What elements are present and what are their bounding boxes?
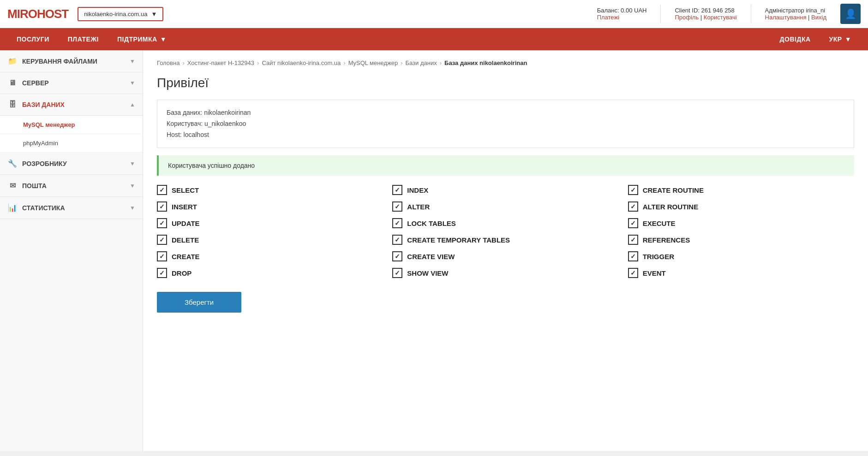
checkbox-icon[interactable]: ✓	[157, 185, 167, 195]
checkbox-icon[interactable]: ✓	[628, 185, 638, 195]
breadcrumb: Головна › Хостинг-пакет H-132943 › Сайт …	[157, 59, 854, 66]
profile-users-links: Профіль | Користувачі	[675, 14, 736, 21]
admin-label: Адміністратор irina_ni	[765, 7, 826, 14]
privilege-item[interactable]: ✓EXECUTE	[628, 218, 854, 228]
privilege-item[interactable]: ✓CREATE	[157, 251, 383, 261]
sidebar-item-stats[interactable]: 📊 СТАТИСТИКА ▼	[0, 197, 143, 219]
checkbox-icon[interactable]: ✓	[392, 235, 402, 245]
privilege-label: DROP	[172, 269, 192, 277]
breadcrumb-databases[interactable]: Бази даних	[405, 59, 437, 66]
privilege-item[interactable]: ✓CREATE ROUTINE	[628, 185, 854, 195]
privilege-item[interactable]: ✓INSERT	[157, 201, 383, 212]
checkbox-icon[interactable]: ✓	[628, 235, 638, 245]
sidebar-item-databases[interactable]: 🗄 БАЗИ ДАНИХ ▲	[0, 94, 143, 116]
privilege-item[interactable]: ✓DELETE	[157, 235, 383, 245]
chevron-down-icon: ▼	[130, 205, 135, 211]
sidebar-item-label: СТАТИСТИКА	[22, 204, 65, 212]
nav-item-help[interactable]: ДОВІДКА	[771, 28, 820, 50]
privilege-label: SHOW VIEW	[407, 269, 448, 277]
chevron-down-icon: ▼	[151, 11, 157, 18]
page-title: Привілеї	[157, 76, 854, 90]
checkbox-icon[interactable]: ✓	[157, 235, 167, 245]
privilege-item[interactable]: ✓UPDATE	[157, 218, 383, 228]
privilege-item[interactable]: ✓TRIGGER	[628, 251, 854, 261]
main-content: Головна › Хостинг-пакет H-132943 › Сайт …	[143, 50, 868, 451]
privilege-label: REFERENCES	[643, 236, 690, 244]
privilege-item[interactable]: ✓ALTER	[392, 201, 618, 212]
sidebar-item-developer[interactable]: 🔧 РОЗРОБНИКУ ▼	[0, 153, 143, 175]
privilege-label: SELECT	[172, 186, 199, 194]
checkbox-icon[interactable]: ✓	[157, 268, 167, 278]
nav-item-support[interactable]: ПІДТРИМКА ▼	[108, 28, 176, 50]
save-button[interactable]: Зберегти	[157, 292, 241, 313]
sidebar-sub-databases: MySQL менеджер phpMyAdmin	[0, 116, 143, 153]
database-icon: 🗄	[7, 101, 18, 109]
folder-icon: 📁	[7, 57, 18, 65]
users-link[interactable]: Користувачі	[704, 14, 737, 21]
nav-item-payments[interactable]: ПЛАТЕЖІ	[59, 28, 108, 50]
checkbox-icon[interactable]: ✓	[628, 218, 638, 228]
chevron-down-icon: ▼	[130, 58, 135, 65]
logout-link[interactable]: Вихід	[811, 14, 826, 21]
privilege-label: EXECUTE	[643, 219, 676, 227]
top-right-section: Баланс: 0.00 UAH Платежі Client ID: 261 …	[597, 4, 861, 24]
domain-selector[interactable]: nikolaenko-irina.com.ua ▼	[78, 7, 163, 21]
balance-section: Баланс: 0.00 UAH Платежі	[597, 7, 647, 21]
privilege-item[interactable]: ✓INDEX	[392, 185, 618, 195]
sidebar-item-label: СЕРВЕР	[22, 79, 49, 87]
sidebar-item-files[interactable]: 📁 КЕРУВАННЯ ФАЙЛАМИ ▼	[0, 50, 143, 72]
breadcrumb-home[interactable]: Головна	[157, 59, 180, 66]
privilege-label: LOCK TABLES	[407, 219, 456, 227]
sidebar-item-label: БАЗИ ДАНИХ	[22, 101, 65, 108]
breadcrumb-site[interactable]: Сайт nikolaenko-irina.com.ua	[262, 59, 341, 66]
checkbox-icon[interactable]: ✓	[392, 251, 402, 261]
privilege-item[interactable]: ✓CREATE TEMPORARY TABLES	[392, 235, 618, 245]
checkbox-icon[interactable]: ✓	[628, 201, 638, 212]
client-section: Client ID: 261 946 258 Профіль | Користу…	[675, 7, 736, 21]
checkbox-icon[interactable]: ✓	[392, 268, 402, 278]
checkbox-icon[interactable]: ✓	[392, 185, 402, 195]
success-message: Користувача успішно додано	[157, 155, 854, 176]
nav-item-lang[interactable]: УКР ▼	[820, 28, 861, 50]
stats-icon: 📊	[7, 203, 18, 212]
profile-link[interactable]: Профіль	[675, 14, 699, 21]
sidebar-sub-item-phpmyadmin[interactable]: phpMyAdmin	[0, 134, 143, 153]
privilege-item[interactable]: ✓SHOW VIEW	[392, 268, 618, 278]
checkbox-icon[interactable]: ✓	[628, 268, 638, 278]
chevron-down-icon: ▼	[130, 160, 135, 167]
logo: MIROHOST	[7, 7, 68, 21]
privilege-item[interactable]: ✓DROP	[157, 268, 383, 278]
privilege-item[interactable]: ✓LOCK TABLES	[392, 218, 618, 228]
sidebar-sub-item-mysql[interactable]: MySQL менеджер	[0, 116, 143, 134]
breadcrumb-hosting[interactable]: Хостинг-пакет H-132943	[187, 59, 254, 66]
privilege-item[interactable]: ✓SELECT	[157, 185, 383, 195]
privilege-label: CREATE ROUTINE	[643, 186, 704, 194]
privilege-label: CREATE	[172, 253, 200, 261]
nav-bar: ПОСЛУГИ ПЛАТЕЖІ ПІДТРИМКА ▼ ДОВІДКА УКР …	[0, 28, 868, 50]
privilege-item[interactable]: ✓EVENT	[628, 268, 854, 278]
nav-item-services[interactable]: ПОСЛУГИ	[7, 28, 59, 50]
client-id-label: Client ID: 261 946 258	[675, 7, 734, 14]
privilege-item[interactable]: ✓CREATE VIEW	[392, 251, 618, 261]
breadcrumb-mysql[interactable]: MySQL менеджер	[348, 59, 398, 66]
domain-label: nikolaenko-irina.com.ua	[84, 11, 147, 18]
privilege-item[interactable]: ✓ALTER ROUTINE	[628, 201, 854, 212]
avatar[interactable]: 👤	[840, 4, 861, 24]
checkbox-icon[interactable]: ✓	[628, 251, 638, 261]
checkbox-icon[interactable]: ✓	[157, 201, 167, 212]
checkbox-icon[interactable]: ✓	[157, 251, 167, 261]
checkbox-icon[interactable]: ✓	[392, 201, 402, 212]
privilege-label: INDEX	[407, 186, 428, 194]
info-box: База даних: nikolaenkoirinan Користувач:…	[157, 100, 854, 148]
breadcrumb-current: База даних nikolaenkoirinan	[444, 59, 527, 66]
checkbox-icon[interactable]: ✓	[157, 218, 167, 228]
developer-icon: 🔧	[7, 159, 18, 168]
chevron-down-icon: ▼	[160, 36, 167, 43]
sidebar-item-server[interactable]: 🖥 СЕРВЕР ▼	[0, 72, 143, 94]
divider-2	[751, 5, 751, 23]
settings-link[interactable]: Налаштування	[765, 14, 807, 21]
privilege-item[interactable]: ✓REFERENCES	[628, 235, 854, 245]
payments-link[interactable]: Платежі	[597, 14, 619, 21]
checkbox-icon[interactable]: ✓	[392, 218, 402, 228]
sidebar-item-mail[interactable]: ✉ ПОШТА ▼	[0, 175, 143, 197]
